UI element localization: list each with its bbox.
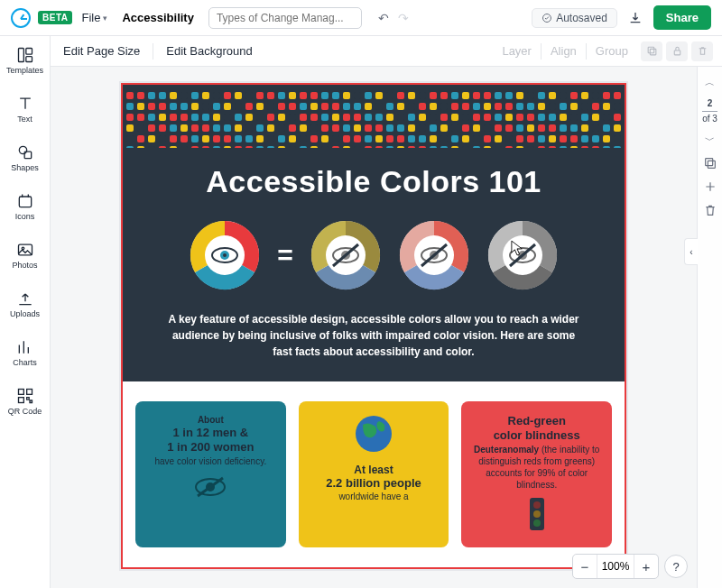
icons-icon	[16, 192, 34, 210]
card-teal-l2: 1 in 12 men &	[144, 426, 277, 440]
zoom-out-button[interactable]: −	[573, 555, 597, 578]
delete-page-button[interactable]	[703, 203, 717, 217]
autosaved-indicator[interactable]: Autosaved	[532, 8, 617, 28]
svg-rect-3	[25, 57, 32, 62]
chevron-left-icon: ‹	[690, 247, 692, 257]
nav-charts-label: Charts	[13, 358, 37, 367]
uploads-icon	[16, 289, 34, 308]
eye-chart-normal	[189, 219, 261, 291]
nav-photos-label: Photos	[12, 261, 37, 270]
context-toolbar: Edit Page Size Edit Background Layer Ali…	[0, 36, 722, 67]
nav-qrcode-label: QR Code	[8, 407, 42, 416]
svg-rect-6	[19, 197, 31, 207]
duplicate-page-button[interactable]	[703, 156, 717, 170]
photos-icon	[16, 241, 34, 259]
svg-rect-1	[18, 49, 23, 62]
top-bar: BETA File ▾ Accessibility ↶ ↷ Autosaved …	[0, 0, 722, 36]
card-yel-l1: At least	[308, 464, 440, 476]
eye-slash-icon	[192, 476, 228, 498]
nav-icons[interactable]: Icons	[0, 189, 50, 224]
autosaved-label: Autosaved	[556, 12, 607, 24]
card-red-l1: Red-green	[470, 414, 603, 428]
rail-expand-button[interactable]: ‹	[684, 238, 698, 265]
nav-templates-label: Templates	[6, 66, 43, 75]
hero-description: A key feature of accessible design, acce…	[166, 311, 581, 360]
color-pattern	[123, 85, 625, 148]
card-redgreen: Red-green color blindness Deuteranomaly …	[461, 401, 612, 547]
svg-point-40	[533, 501, 541, 509]
layer-button: Layer	[493, 44, 541, 58]
shapes-icon	[16, 143, 34, 161]
text-icon	[16, 95, 34, 113]
page-indicator[interactable]: 2 of 3	[702, 98, 717, 124]
nav-shapes[interactable]: Shapes	[0, 141, 50, 175]
svg-rect-10	[26, 390, 32, 395]
group-button: Group	[587, 44, 637, 58]
edit-page-size-button[interactable]: Edit Page Size	[51, 44, 153, 58]
svg-point-41	[533, 510, 541, 518]
globe-icon	[354, 414, 393, 454]
rail-up-button[interactable]: ︿	[705, 76, 715, 89]
card-deficiency-stats: About 1 in 12 men & 1 in 200 women have …	[135, 401, 286, 547]
total-pages: of 3	[702, 114, 717, 124]
menu-accessibility[interactable]: Accessibility	[122, 11, 194, 24]
svg-point-42	[533, 519, 541, 527]
help-button[interactable]: ?	[664, 555, 688, 578]
edit-background-button[interactable]: Edit Background	[153, 44, 264, 58]
eye-diagrams: =	[123, 219, 625, 291]
menu-file[interactable]: File ▾	[79, 7, 109, 28]
card-red-l2: color blindness	[470, 428, 603, 443]
eye-chart-mono	[486, 219, 559, 291]
svg-rect-12	[650, 49, 656, 55]
undo-button[interactable]: ↶	[378, 11, 389, 25]
traffic-light-icon	[521, 496, 553, 532]
current-page: 2	[702, 98, 717, 112]
hero-title: Accessible Colors 101	[123, 164, 625, 199]
zoom-value[interactable]: 100%	[597, 555, 634, 578]
svg-rect-9	[18, 390, 23, 395]
share-button[interactable]: Share	[653, 5, 711, 30]
design-page[interactable]: Accessible Colors 101 = A key feature of…	[121, 83, 626, 569]
nav-qrcode[interactable]: QR Code	[0, 384, 50, 418]
rail-down-button[interactable]: ﹀	[705, 133, 715, 147]
nav-text[interactable]: Text	[0, 92, 50, 126]
card-global-stats: At least 2.2 billion people worldwide ha…	[299, 401, 449, 547]
app-logo[interactable]	[11, 8, 31, 28]
add-page-button[interactable]	[703, 179, 717, 194]
card-yel-l2: 2.2 billion people	[308, 476, 440, 491]
nav-photos[interactable]: Photos	[0, 238, 50, 272]
svg-rect-2	[25, 49, 32, 55]
hero-section: Accessible Colors 101 = A key feature of…	[123, 85, 625, 381]
card-red-body: Deuteranomaly (the inability to distingu…	[470, 444, 603, 491]
left-toolbar: Templates Text Shapes Icons Photos Uploa…	[0, 36, 51, 588]
document-title-input[interactable]	[208, 7, 362, 29]
nav-text-label: Text	[17, 115, 32, 124]
nav-shapes-label: Shapes	[11, 163, 39, 172]
redo-button: ↷	[398, 11, 409, 25]
lock-button[interactable]	[666, 41, 688, 61]
zoom-controls: − 100% + ?	[572, 554, 688, 579]
nav-templates[interactable]: Templates	[0, 43, 50, 78]
menu-file-label: File	[81, 11, 100, 24]
nav-uploads-label: Uploads	[10, 309, 40, 318]
nav-charts[interactable]: Charts	[0, 335, 50, 370]
charts-icon	[16, 338, 34, 356]
download-button[interactable]	[628, 11, 643, 25]
canvas[interactable]: Accessible Colors 101 = A key feature of…	[51, 67, 697, 588]
chevron-down-icon: ▾	[103, 14, 107, 23]
card-teal-l1: About	[144, 414, 277, 426]
nav-uploads[interactable]: Uploads	[0, 287, 50, 321]
svg-rect-11	[18, 398, 23, 403]
card-teal-l3: 1 in 200 women	[144, 440, 277, 455]
copy-button[interactable]	[641, 41, 662, 61]
templates-icon	[16, 46, 34, 64]
zoom-in-button[interactable]: +	[634, 555, 658, 578]
qrcode-icon	[16, 387, 34, 405]
svg-point-4	[19, 146, 26, 153]
beta-badge: BETA	[38, 11, 72, 24]
check-circle-icon	[542, 13, 552, 23]
eye-chart-deutan	[398, 219, 470, 291]
delete-button[interactable]	[691, 41, 713, 61]
card-teal-l4: have color vision deficiency.	[144, 455, 277, 467]
stat-cards: About 1 in 12 men & 1 in 200 women have …	[123, 381, 625, 567]
